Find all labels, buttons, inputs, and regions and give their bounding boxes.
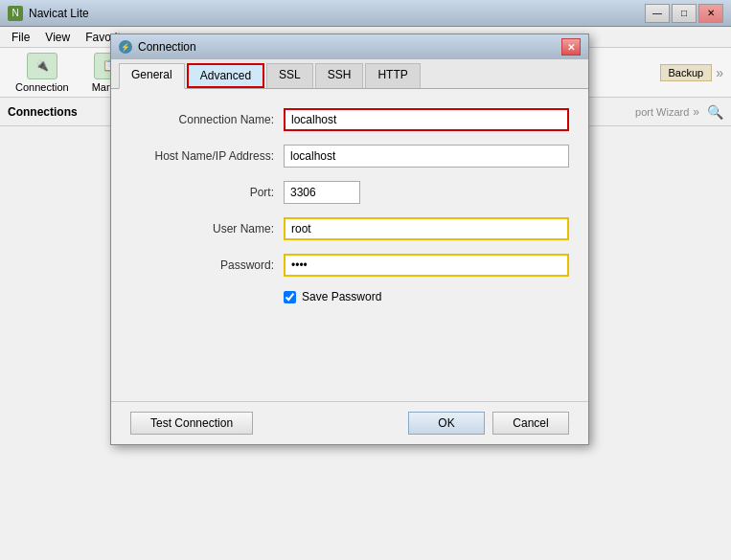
- toolbar-right: Backup »: [660, 64, 724, 81]
- chevron-right-icon: »: [693, 105, 699, 119]
- save-password-checkbox[interactable]: [284, 291, 296, 303]
- password-label: Password:: [130, 258, 284, 272]
- host-row: Host Name/IP Address:: [130, 145, 569, 168]
- dialog-footer: Test Connection OK Cancel: [111, 401, 588, 444]
- username-input[interactable]: [284, 217, 569, 240]
- tab-bar: General Advanced SSL SSH HTTP: [111, 59, 588, 89]
- connection-name-label: Connection Name:: [130, 113, 284, 126]
- test-connection-button[interactable]: Test Connection: [130, 412, 253, 435]
- host-label: Host Name/IP Address:: [130, 149, 284, 163]
- password-row: Password:: [130, 254, 569, 277]
- search-icon[interactable]: 🔍: [707, 104, 723, 120]
- close-button[interactable]: ✕: [698, 4, 723, 23]
- tab-http[interactable]: HTTP: [365, 63, 420, 88]
- title-bar: N Navicat Lite — □ ✕: [0, 0, 731, 27]
- window-controls: — □ ✕: [645, 4, 723, 23]
- app-title: Navicat Lite: [29, 7, 645, 20]
- port-label: Port:: [130, 186, 284, 199]
- tab-advanced[interactable]: Advanced: [187, 63, 264, 88]
- tab-ssh[interactable]: SSH: [315, 63, 364, 88]
- connections-label: Connections: [8, 105, 78, 119]
- cancel-button[interactable]: Cancel: [492, 412, 569, 435]
- connection-icon: 🔌: [27, 53, 57, 79]
- app-icon: N: [8, 6, 23, 21]
- save-password-row: Save Password: [284, 290, 569, 303]
- dialog-close-button[interactable]: ✕: [561, 38, 581, 56]
- connection-dialog: ⚡ Connection ✕ General Advanced SSL SSH …: [110, 34, 589, 445]
- tab-ssl[interactable]: SSL: [266, 63, 313, 88]
- dialog-icon: ⚡: [119, 40, 132, 54]
- port-input[interactable]: [284, 181, 360, 204]
- menu-item-file[interactable]: File: [4, 29, 37, 46]
- maximize-button[interactable]: □: [672, 4, 697, 23]
- port-row: Port:: [130, 181, 569, 204]
- password-input[interactable]: [284, 254, 569, 277]
- app-window: N Navicat Lite — □ ✕ File View Favorites…: [0, 0, 731, 560]
- connection-name-row: Connection Name:: [130, 108, 569, 131]
- username-label: User Name:: [130, 222, 284, 235]
- backup-button[interactable]: Backup: [660, 64, 713, 81]
- dialog-content: Connection Name: Host Name/IP Address: P…: [111, 89, 588, 384]
- menu-item-view[interactable]: View: [37, 29, 78, 46]
- host-input[interactable]: [284, 145, 569, 168]
- footer-right-buttons: OK Cancel: [408, 412, 569, 435]
- save-password-label: Save Password: [302, 290, 381, 303]
- chevron-icon: »: [716, 65, 723, 80]
- connection-button[interactable]: 🔌 Connection: [8, 49, 77, 97]
- connection-name-input[interactable]: [284, 108, 569, 131]
- tab-general[interactable]: General: [119, 63, 185, 89]
- username-row: User Name:: [130, 217, 569, 240]
- dialog-title-bar: ⚡ Connection ✕: [111, 34, 588, 59]
- ok-button[interactable]: OK: [408, 412, 485, 435]
- port-wizard-label[interactable]: port Wizard: [635, 106, 689, 118]
- minimize-button[interactable]: —: [645, 4, 670, 23]
- dialog-title: Connection: [138, 40, 561, 54]
